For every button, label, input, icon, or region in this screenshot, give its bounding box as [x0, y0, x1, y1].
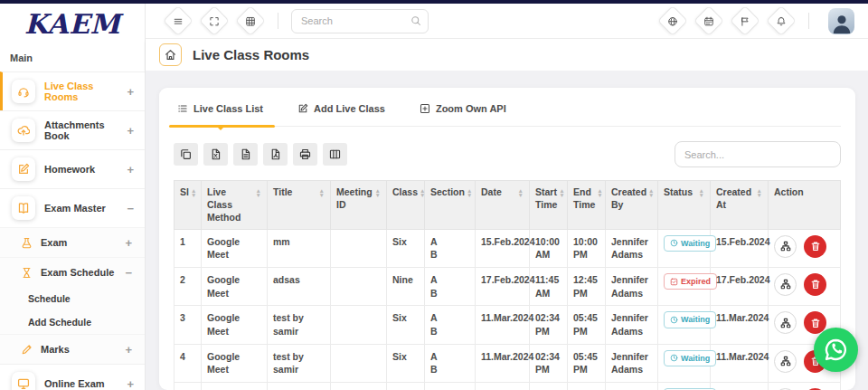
column-label: Live Class Method: [207, 185, 254, 224]
sort-icon[interactable]: ▲▼: [319, 185, 325, 198]
copy-button[interactable]: [174, 143, 198, 166]
sort-icon[interactable]: ▲▼: [699, 185, 704, 198]
expand-toggle-icon[interactable]: +: [127, 163, 134, 176]
edit-icon: [12, 157, 35, 181]
column-header-action: Action: [769, 181, 841, 230]
cell-title: test by samir: [268, 306, 331, 344]
sidebar-item-exam[interactable]: Exam+: [0, 227, 145, 257]
tab-add-live-class[interactable]: Add Live Class: [297, 103, 385, 126]
cell-sl: 4: [175, 344, 202, 382]
brand-logo[interactable]: KAEM: [0, 4, 145, 40]
column-header-sl[interactable]: Sl▲▼: [175, 181, 202, 230]
home-button[interactable]: [159, 43, 182, 66]
file-pdf-button[interactable]: [263, 143, 288, 166]
sidebar-item-attachments-book[interactable]: Attachments Book+: [0, 110, 145, 149]
sidebar-item-homework[interactable]: Homework+: [0, 149, 145, 188]
sidebar-item-add-schedule[interactable]: Add Schedule: [0, 310, 145, 334]
clock-icon: [670, 354, 678, 362]
column-header-meeting-id[interactable]: Meeting ID▲▼: [331, 181, 387, 230]
sort-icon[interactable]: ▲▼: [757, 185, 762, 211]
file-excel-button[interactable]: [203, 143, 228, 166]
expand-toggle-icon[interactable]: +: [125, 343, 132, 357]
column-header-created-by[interactable]: Created By▲▼: [606, 181, 658, 230]
cell-created-by: Jennifer Adams: [606, 306, 658, 344]
delete-button[interactable]: [804, 273, 826, 296]
sort-icon[interactable]: ▲▼: [648, 185, 654, 211]
language-button[interactable]: [657, 5, 688, 36]
user-avatar[interactable]: [828, 8, 854, 34]
sort-icon[interactable]: ▲▼: [375, 185, 381, 211]
cell-sl: 3: [175, 306, 202, 344]
meeting-share-button[interactable]: [774, 273, 797, 296]
cell-status: Waiting: [658, 229, 711, 267]
cell-start-time: 02:34 PM: [530, 344, 568, 382]
trash-icon: [810, 279, 821, 290]
meeting-share-button[interactable]: [774, 235, 797, 258]
status-badge: Waiting: [664, 311, 716, 328]
sidebar-item-label: Exam: [41, 237, 125, 248]
tab-zoom-own-api[interactable]: Zoom Own API: [420, 103, 506, 126]
file-csv-button[interactable]: [233, 143, 258, 166]
column-header-created-at[interactable]: Created At▲▼: [711, 181, 769, 230]
sitemap-icon: [780, 279, 791, 290]
cell-created-at: 17.Feb.2024: [711, 267, 769, 305]
print-icon: [299, 148, 311, 160]
sidebar-item-schedule[interactable]: Schedule: [0, 287, 145, 310]
column-header-section[interactable]: Section▲▼: [425, 181, 476, 230]
sort-icon[interactable]: ▲▼: [420, 185, 425, 198]
column-label: Created By: [611, 185, 646, 211]
sitemap-icon: [780, 318, 791, 328]
book-icon: [12, 196, 35, 220]
sort-icon[interactable]: ▲▼: [597, 185, 602, 211]
sidebar-item-online-exam[interactable]: Online Exam+: [0, 364, 145, 390]
meeting-share-button[interactable]: [774, 311, 797, 334]
expand-toggle-icon[interactable]: +: [127, 124, 134, 138]
sort-icon[interactable]: ▲▼: [467, 185, 472, 198]
flag-icon: [741, 16, 750, 26]
cell-date: 11.Mar.2024: [476, 306, 530, 344]
global-search-input[interactable]: [291, 9, 429, 33]
cell-start-time: 11:45 AM: [530, 267, 568, 305]
sidebar-item-exam-schedule[interactable]: Exam Schedule−: [0, 257, 145, 287]
sidebar-toggle-button[interactable]: [163, 5, 193, 36]
column-header-status[interactable]: Status▲▼: [658, 181, 711, 230]
tab-live-class-list[interactable]: Live Class List: [177, 103, 263, 126]
cell-class: Nine: [387, 267, 425, 305]
columns-button[interactable]: [323, 143, 347, 166]
column-header-start-time[interactable]: Start Time▲▼: [530, 181, 568, 230]
notifications-button[interactable]: [766, 5, 797, 36]
whatsapp-button[interactable]: [814, 328, 858, 372]
print-button[interactable]: [293, 143, 317, 166]
expand-toggle-icon[interactable]: +: [127, 377, 134, 390]
column-header-date[interactable]: Date▲▼: [476, 181, 530, 230]
cell-status: Waiting: [658, 306, 711, 344]
sort-icon[interactable]: ▲▼: [256, 185, 261, 224]
sort-icon[interactable]: ▲▼: [518, 185, 524, 198]
column-header-end-time[interactable]: End Time▲▼: [568, 181, 606, 230]
cell-date: 15.Feb.2024: [476, 229, 530, 267]
table-search-input[interactable]: [675, 141, 841, 167]
column-header-live-class-method[interactable]: Live Class Method▲▼: [202, 181, 268, 230]
sort-icon[interactable]: ▲▼: [559, 185, 564, 211]
column-label: Action: [774, 185, 804, 198]
meeting-share-button[interactable]: [774, 350, 797, 373]
column-header-class[interactable]: Class▲▼: [387, 181, 425, 230]
sidebar-item-exam-master[interactable]: Exam Master−: [0, 188, 145, 227]
sort-icon[interactable]: ▲▼: [191, 185, 196, 198]
sidebar-item-live-class-rooms[interactable]: Live Class Rooms+: [0, 71, 145, 110]
expand-toggle-icon[interactable]: +: [125, 236, 132, 250]
column-header-title[interactable]: Title▲▼: [268, 181, 331, 230]
live-class-table: Sl▲▼Live Class Method▲▼Title▲▼Meeting ID…: [174, 180, 841, 390]
calendar-button[interactable]: [693, 5, 724, 36]
expand-toggle-icon[interactable]: −: [127, 202, 134, 215]
sidebar-item-marks[interactable]: Marks+: [0, 334, 145, 364]
sidebar-item-label: Online Exam: [44, 378, 127, 389]
fullscreen-button[interactable]: [199, 5, 230, 36]
apps-grid-button[interactable]: [235, 5, 266, 36]
content-area: Live Class ListAdd Live ClassZoom Own AP…: [146, 71, 868, 390]
expand-toggle-icon[interactable]: +: [127, 85, 134, 99]
announcements-button[interactable]: [730, 5, 760, 36]
delete-button[interactable]: [804, 235, 826, 258]
expand-toggle-icon[interactable]: −: [125, 266, 132, 280]
cell-sl: 1: [175, 229, 202, 267]
